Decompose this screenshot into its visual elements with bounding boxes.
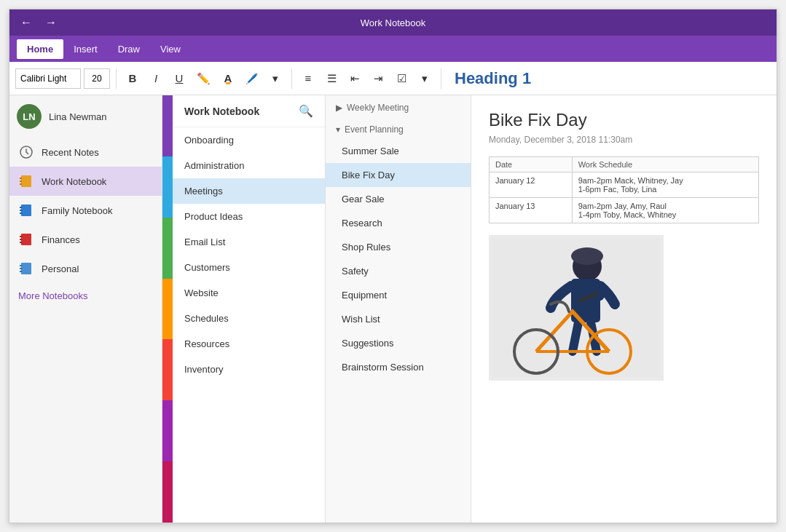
section-onboarding[interactable]: Onboarding — [173, 127, 325, 153]
sidebar-item-finances[interactable]: Finances — [9, 225, 162, 254]
svg-rect-12 — [20, 242, 22, 243]
more-notebooks-link[interactable]: More Notebooks — [9, 283, 162, 309]
page-research[interactable]: Research — [326, 211, 471, 235]
group-weekly-meeting-label: Weekly Meeting — [347, 103, 409, 113]
page-date: Monday, December 3, 2018 11:30am — [489, 135, 759, 145]
checkbox-button[interactable]: ☑ — [391, 68, 412, 89]
table-row: January 12 9am-2pm Mack, Whitney, Jay 1-… — [490, 172, 759, 198]
bike-image — [489, 235, 664, 381]
group-weekly-meeting[interactable]: ▶ Weekly Meeting — [326, 95, 471, 117]
menu-bar: Home Insert Draw View — [9, 36, 777, 62]
app-window: ← → Work Notebook Home Insert Draw View … — [9, 9, 777, 523]
indent-decrease-icon: ⇤ — [350, 72, 360, 85]
pages-panel: ▶ Weekly Meeting ▾ Event Planning Summer… — [326, 95, 471, 523]
section-inventory[interactable]: Inventory — [173, 357, 325, 382]
highlight-button[interactable]: ✏️ — [192, 68, 215, 89]
group-event-planning-label: Event Planning — [345, 124, 404, 135]
sidebar-item-work-notebook[interactable]: Work Notebook — [9, 167, 162, 196]
italic-button[interactable]: I — [146, 68, 166, 89]
notebook-orange-icon — [18, 173, 34, 189]
page-brainstorm-session[interactable]: Brainstorm Session — [326, 355, 471, 379]
styles-dropdown-button[interactable]: ▾ — [414, 68, 435, 89]
schedule-table: Date Work Schedule January 12 9am-2pm Ma… — [489, 156, 759, 223]
table-cell-date-0: January 12 — [490, 172, 573, 198]
page-summer-sale[interactable]: Summer Sale — [326, 139, 471, 163]
underline-label: U — [176, 72, 184, 84]
table-cell-date-1: January 13 — [490, 198, 573, 223]
clear-format-button[interactable]: 🖊️ — [241, 68, 262, 89]
tab-draw[interactable]: Draw — [108, 39, 150, 59]
notebook-red-icon — [18, 231, 34, 247]
svg-rect-9 — [21, 234, 31, 245]
indent-decrease-button[interactable]: ⇤ — [345, 68, 365, 89]
group-event-planning[interactable]: ▾ Event Planning — [326, 117, 471, 139]
user-name: Lina Newman — [49, 111, 107, 122]
color-tab-4[interactable] — [162, 339, 173, 400]
sections-header: Work Notebook 🔍 — [173, 95, 325, 127]
user-row: LN Lina Newman — [9, 95, 162, 138]
tab-view[interactable]: View — [150, 39, 191, 59]
bullet-list-icon: ≡ — [305, 72, 312, 84]
main-area: LN Lina Newman Recent Notes — [9, 95, 777, 523]
color-tab-5[interactable] — [162, 400, 173, 461]
color-tab-2[interactable] — [162, 218, 173, 279]
sidebar-item-family-notebook[interactable]: Family Notebook — [9, 196, 162, 225]
page-gear-sale[interactable]: Gear Sale — [326, 187, 471, 211]
svg-rect-13 — [21, 263, 31, 274]
svg-point-19 — [571, 247, 603, 265]
page-wish-list[interactable]: Wish List — [326, 307, 471, 331]
chevron-right-icon: ▶ — [336, 103, 342, 113]
numbered-list-button[interactable]: ☰ — [321, 68, 342, 89]
svg-rect-11 — [20, 239, 22, 240]
section-customers[interactable]: Customers — [173, 255, 325, 280]
sep-2 — [291, 68, 292, 89]
font-size-input[interactable] — [84, 68, 110, 89]
font-color-icon: A — [224, 72, 232, 84]
notebook-blue-icon — [18, 202, 34, 218]
page-suggestions[interactable]: Suggestions — [326, 331, 471, 355]
sidebar-item-recent-notes[interactable]: Recent Notes — [9, 138, 162, 167]
styles-dropdown-icon: ▾ — [422, 72, 428, 85]
sidebar-item-personal[interactable]: Personal — [9, 254, 162, 283]
svg-rect-10 — [20, 236, 22, 237]
back-button[interactable]: ← — [17, 15, 36, 31]
page-bike-fix-day[interactable]: Bike Fix Day — [326, 163, 471, 187]
bullets-button[interactable]: ≡ — [298, 68, 318, 89]
format-dropdown-button[interactable]: ▾ — [265, 68, 286, 89]
font-name-input[interactable] — [15, 68, 81, 89]
chevron-down-icon: ▾ — [336, 124, 340, 135]
table-header-schedule: Work Schedule — [572, 157, 758, 172]
bold-button[interactable]: B — [122, 68, 143, 89]
indent-increase-button[interactable]: ⇥ — [368, 68, 388, 89]
sep-1 — [116, 68, 117, 89]
content-area[interactable]: Bike Fix Day Monday, December 3, 2018 11… — [471, 95, 777, 523]
family-notebook-label: Family Notebook — [42, 205, 113, 216]
section-schedules[interactable]: Schedules — [173, 306, 325, 331]
page-equipment[interactable]: Equipment — [326, 283, 471, 307]
forward-button[interactable]: → — [42, 15, 60, 31]
svg-rect-1 — [21, 175, 31, 187]
svg-rect-7 — [20, 210, 22, 211]
color-tab-6[interactable] — [162, 461, 173, 523]
section-resources[interactable]: Resources — [173, 331, 325, 357]
color-tab-3[interactable] — [162, 279, 173, 340]
notebook-blue2-icon — [18, 261, 34, 277]
recent-notes-label: Recent Notes — [42, 147, 99, 158]
tab-home[interactable]: Home — [17, 39, 63, 59]
page-safety[interactable]: Safety — [326, 259, 471, 283]
page-shop-rules[interactable]: Shop Rules — [326, 235, 471, 259]
font-color-button[interactable]: A — [218, 68, 238, 89]
tab-insert[interactable]: Insert — [63, 39, 108, 59]
section-meetings[interactable]: Meetings — [173, 178, 325, 204]
section-product-ideas[interactable]: Product Ideas — [173, 204, 325, 229]
color-tab-0[interactable] — [162, 95, 173, 156]
section-administration[interactable]: Administration — [173, 153, 325, 178]
section-website[interactable]: Website — [173, 280, 325, 306]
color-tab-1[interactable] — [162, 156, 173, 218]
numbered-list-icon: ☰ — [327, 72, 337, 85]
search-icon[interactable]: 🔍 — [299, 104, 313, 118]
indent-increase-icon: ⇥ — [374, 72, 383, 85]
sidebar: LN Lina Newman Recent Notes — [9, 95, 162, 523]
underline-button[interactable]: U — [169, 68, 189, 89]
section-email-list[interactable]: Email List — [173, 229, 325, 255]
